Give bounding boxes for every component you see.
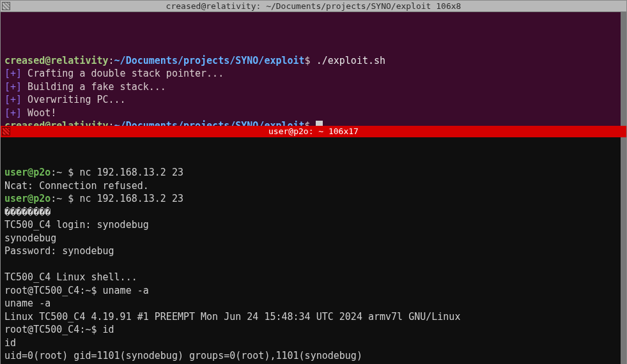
output-line: TC500_C4 login: synodebug: [4, 219, 149, 231]
upper-title-text: creased@relativity: ~/Documents/projects…: [166, 1, 461, 11]
lower-terminal-pane[interactable]: user@p2o:~ $ nc 192.168.13.2 23 Ncat: Co…: [1, 137, 626, 364]
prompt-cmd: ./exploit.sh: [311, 55, 385, 66]
output-line: [+] Crafting a double stack pointer...: [4, 68, 224, 79]
prompt-rest: :~ $ nc 192.168.13.2 23: [50, 193, 183, 204]
blank-line: [4, 154, 10, 165]
upper-titlebar[interactable]: creased@relativity: ~/Documents/projects…: [1, 1, 626, 12]
scrollbar[interactable]: [621, 137, 626, 364]
output-line: uname -a: [4, 298, 50, 309]
scrollbar[interactable]: [621, 12, 626, 126]
output-line: id: [4, 337, 16, 349]
output-line: Password: synodebug: [4, 245, 114, 257]
output-text: Crafting a double stack pointer...: [22, 68, 224, 79]
prompt-sep: :: [109, 55, 114, 66]
marker-icon: [+]: [4, 81, 22, 93]
lower-titlebar[interactable]: user@p2o: ~ 106x17: [1, 126, 626, 137]
output-line: uid=0(root) gid=1101(synodebug) groups=0…: [4, 350, 362, 361]
output-line: root@TC500_C4:~$ uname -a: [4, 285, 149, 296]
output-line: [+] Building a fake stack...: [4, 81, 166, 93]
output-line: Ncat: Connection refused.: [4, 180, 149, 192]
output-text: Building a fake stack...: [22, 81, 166, 93]
prompt-user: user@p2o: [4, 167, 50, 178]
prompt-line: user@p2o:~ $ nc 192.168.13.2 23: [4, 193, 183, 204]
prompt-dollar: $: [305, 55, 311, 66]
blank-line: [4, 29, 10, 40]
output-text: Woot!: [22, 107, 56, 119]
blank-line: [4, 42, 10, 53]
menu-icon[interactable]: [2, 2, 10, 10]
output-line: [+] Woot!: [4, 107, 56, 119]
marker-icon: [+]: [4, 94, 22, 105]
output-line: ��������: [4, 206, 50, 218]
lower-title-text: user@p2o: ~ 106x17: [268, 126, 359, 136]
menu-icon[interactable]: [2, 127, 10, 135]
marker-icon: [+]: [4, 107, 22, 119]
output-line: synodebug: [4, 232, 56, 244]
prompt-user: creased@relativity: [4, 55, 109, 66]
prompt-path: ~/Documents/projects/SYNO/exploit: [114, 55, 305, 66]
prompt-user: user@p2o: [4, 193, 50, 204]
terminal-window: creased@relativity: ~/Documents/projects…: [0, 0, 627, 364]
prompt-line: user@p2o:~ $ nc 192.168.13.2 23: [4, 167, 183, 178]
output-line: [+] Overwriting PC...: [4, 94, 126, 105]
marker-icon: [+]: [4, 68, 22, 79]
output-line: Linux TC500_C4 4.19.91 #1 PREEMPT Mon Ju…: [4, 311, 460, 322]
prompt-line-1: creased@relativity:~/Documents/projects/…: [4, 55, 385, 66]
upper-terminal-pane[interactable]: creased@relativity:~/Documents/projects/…: [1, 12, 626, 126]
output-line: TC500_C4 Linux shell...: [4, 271, 137, 283]
prompt-rest: :~ $ nc 192.168.13.2 23: [50, 167, 183, 178]
output-text: Overwriting PC...: [22, 94, 126, 105]
output-line: root@TC500_C4:~$ id: [4, 324, 114, 335]
